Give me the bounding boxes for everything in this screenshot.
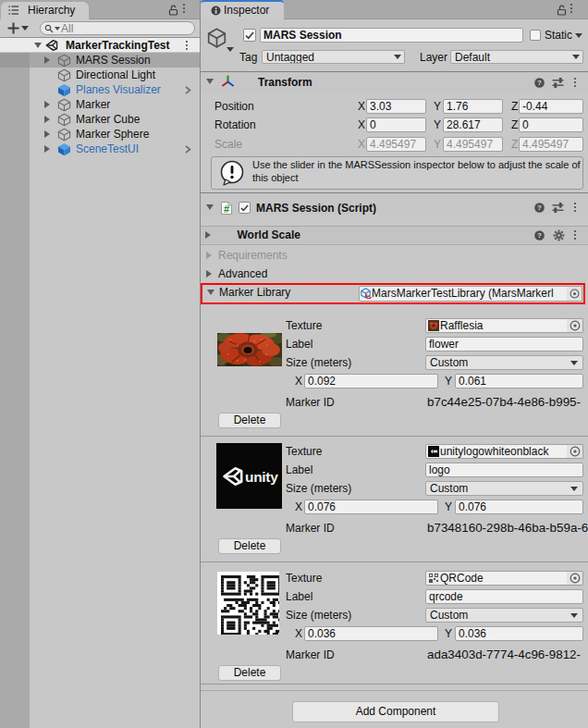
svg-text:unity: unity [245, 469, 278, 485]
svg-text:?: ? [537, 79, 542, 87]
svg-text:?: ? [537, 204, 542, 212]
svg-text:?: ? [537, 231, 542, 240]
